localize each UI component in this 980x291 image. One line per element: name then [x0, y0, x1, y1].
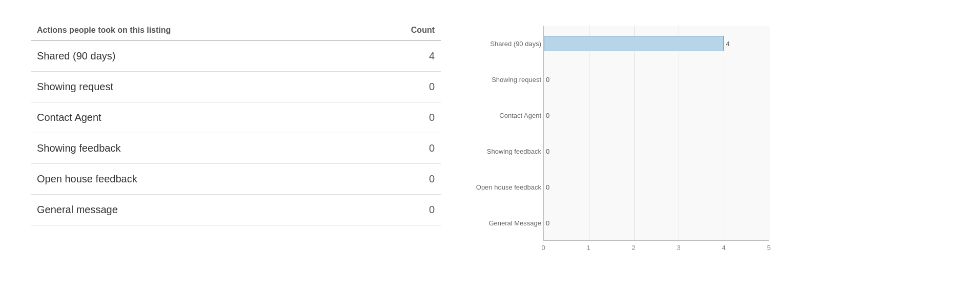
table-section: Actions people took on this listing Coun…: [31, 20, 441, 225]
y-axis-label: Showing feedback: [472, 148, 541, 155]
bar-value-label: 0: [546, 76, 549, 84]
x-axis-tick: 5: [767, 244, 770, 252]
y-axis-label: Contact Agent: [472, 112, 541, 119]
bar: [544, 36, 724, 51]
main-container: Actions people took on this listing Coun…: [0, 0, 980, 291]
grid-line: [634, 26, 635, 240]
y-axis-label: Showing request: [472, 76, 541, 84]
action-count: 4: [360, 40, 441, 72]
chart-inner: 400000: [543, 26, 769, 241]
bar-value-label: 4: [726, 40, 729, 48]
x-axis-tick: 1: [586, 244, 590, 252]
bar-row: 0: [544, 179, 769, 195]
grid-line: [769, 26, 769, 240]
action-label: Shared (90 days): [31, 40, 360, 72]
grid-line: [679, 26, 679, 240]
bar-row: 0: [544, 215, 769, 231]
bar-value-label: 0: [546, 183, 549, 191]
y-axis-label: Open house feedback: [472, 183, 541, 191]
bar-row: 0: [544, 108, 769, 123]
table-row: Showing request0: [31, 72, 441, 102]
table-row: Showing feedback0: [31, 133, 441, 164]
col-header-count: Count: [360, 20, 441, 40]
bar-row: 4: [544, 36, 769, 51]
y-axis-label: Shared (90 days): [472, 40, 541, 48]
action-count: 0: [360, 164, 441, 195]
col-header-action: Actions people took on this listing: [31, 20, 360, 40]
bar-value-label: 0: [546, 112, 549, 119]
grid-line: [724, 26, 724, 240]
actions-table: Actions people took on this listing Coun…: [31, 20, 441, 225]
x-axis-tick: 4: [722, 244, 725, 252]
action-count: 0: [360, 72, 441, 102]
bar-value-label: 0: [546, 219, 549, 227]
grid-line: [589, 26, 589, 240]
action-label: Showing feedback: [31, 133, 360, 164]
action-count: 0: [360, 133, 441, 164]
bar-row: 0: [544, 72, 769, 87]
bar-row: 0: [544, 143, 769, 159]
table-row: Contact Agent0: [31, 102, 441, 133]
table-row: Shared (90 days)4: [31, 40, 441, 72]
action-count: 0: [360, 102, 441, 133]
action-label: Open house feedback: [31, 164, 360, 195]
action-label: Contact Agent: [31, 102, 360, 133]
action-label: Showing request: [31, 72, 360, 102]
action-label: General message: [31, 195, 360, 225]
chart-section: 400000 012345 Shared (90 days)Showing re…: [472, 20, 949, 261]
x-axis-tick: 2: [631, 244, 635, 252]
x-axis-tick: 0: [541, 244, 545, 252]
bar-chart: 400000 012345 Shared (90 days)Showing re…: [472, 26, 789, 261]
bar-value-label: 0: [546, 148, 549, 155]
table-row: General message0: [31, 195, 441, 225]
action-count: 0: [360, 195, 441, 225]
x-axis: 012345: [543, 241, 769, 261]
y-axis-label: General Message: [472, 219, 541, 227]
x-axis-tick: 3: [677, 244, 680, 252]
table-row: Open house feedback0: [31, 164, 441, 195]
